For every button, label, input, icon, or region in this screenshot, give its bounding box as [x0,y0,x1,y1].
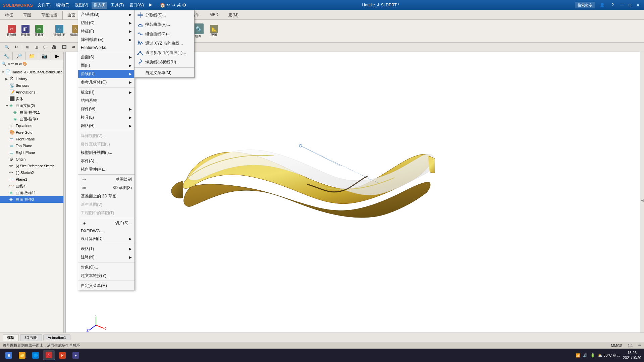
btn-replace-face[interactable]: ◧ 替换面 [19,24,32,38]
menu-insert[interactable]: 插入(I) [92,2,107,9]
search-box[interactable]: 搜索命令 [575,2,595,8]
menu-table[interactable]: 表格(T) ▶ [78,245,135,253]
tab-model[interactable]: 模型 [3,334,19,341]
tab-feature[interactable]: 特征 [0,11,18,19]
tab-sketch-paint[interactable]: 草图油漆 [36,11,62,19]
qa-home[interactable]: 🏠 [160,2,165,8]
tree-size-ref[interactable]: ✏ (-) Size Reference Sketch [0,163,63,169]
menu-more[interactable]: ▶ [147,2,154,9]
tree-front-plane[interactable]: ▭ Front Plane [0,136,63,142]
menu-dxf[interactable]: DXF/DWG... [78,227,135,235]
fi1[interactable]: ◈ [8,62,10,66]
btn-trim-face[interactable]: ✂ 剪裁面 [33,24,45,38]
menu-mold[interactable]: 模具(L) ▶ [78,113,135,122]
tree-equations[interactable]: = Equations [0,122,63,129]
menu-3dsketch[interactable]: 3D 3D 草图(3) [78,184,135,192]
curve-helix[interactable]: 螺旋线/涡状线(H)... [135,57,194,67]
tree-surface1[interactable]: ◈ 曲面-拉伸11 [0,109,63,116]
tray-battery[interactable]: 🔋 [590,353,595,358]
viewport[interactable]: X Y Z [66,52,640,349]
taskbar-browser[interactable]: 🌐 [30,351,42,360]
tree-plane1[interactable]: ▭ Plane1 [0,176,63,183]
menu-feature[interactable]: 特征(F) ▶ [78,27,135,36]
menu-3dsketch-plane[interactable]: 基准面上的 3D 草图 [78,192,135,200]
menu-face[interactable]: 面(F) ▶ [78,61,135,70]
tree-surface-bodies[interactable]: ▼ ◈ 曲面实体(2) [0,102,63,109]
menu-weldment[interactable]: 焊件(W) ▶ [78,105,135,113]
tree-surface3b[interactable]: ◈ 曲面-拉伸3 [0,196,63,203]
tray-sound[interactable]: 🔊 [583,353,588,358]
maximize-button[interactable]: □ [627,2,633,8]
menu-part[interactable]: 零件(A)... [78,157,135,165]
tab-3dview[interactable]: 3D 视图 [20,334,42,341]
tree-solidbody[interactable]: ⬛ 实体 [0,96,63,102]
clock[interactable]: 15:26 2021/10/20 [623,350,641,361]
curve-custom-menu[interactable]: 自定义菜单(M) [135,68,194,77]
menu-structure[interactable]: 结构系统 [78,97,135,105]
edit-icon[interactable]: ✏ [638,343,641,348]
taskbar-ppt[interactable]: P [56,351,68,360]
tab-macro[interactable]: 宏(M) [223,11,244,19]
menu-window[interactable]: 窗口(W) [127,2,146,9]
right-collapse-handle[interactable]: ◀ [640,52,644,349]
vtb-btn-camera[interactable]: 🎥 [50,44,59,50]
tray-network[interactable]: 📶 [576,353,580,358]
menu-pattern[interactable]: 阵列/镜向(E) ▶ [78,36,135,44]
curve-xyz[interactable]: 通过 XYZ 点的曲线... [135,39,194,48]
btn-extend-surface[interactable]: ↔ 延伸曲面 [52,24,67,38]
vtb-btn-layout[interactable]: ⊞ [24,44,31,50]
taskbar-start[interactable]: ⊞ [3,351,15,360]
help-icon[interactable]: ? [609,2,616,8]
fi3[interactable]: ▭ [15,62,18,66]
menu-surface[interactable]: 曲面(S) ▶ [78,53,135,61]
btn-delete-face[interactable]: ✂ 删除面 [5,24,18,38]
menu-mesh[interactable]: 网格(H) ▶ [78,122,135,130]
vtb-btn-zoom[interactable]: 🔍 [3,44,11,50]
tree-right-plane[interactable]: ▭ Right Plane [0,149,63,156]
taskbar-filemanager[interactable]: 📁 [16,351,28,360]
lp-tab-play[interactable]: ▶ [51,52,63,60]
menu-file[interactable]: 文件(F) [36,2,53,9]
tree-root[interactable]: ▼ 📄 Handle_& (Default<<Default>Disp [0,69,63,75]
close-button[interactable]: × [635,2,641,8]
menu-design-study[interactable]: 设计算例(D) ▶ [78,235,135,243]
menu-featureworks[interactable]: FeatureWorks [78,44,135,51]
lp-tab-features[interactable]: 🔧 [0,52,13,60]
tree-origin[interactable]: ⊕ Origin [0,156,63,163]
fi5[interactable]: 🎨 [22,62,27,66]
vtb-btn-hide[interactable]: ⊕ [70,44,77,50]
tab-sketch[interactable]: 草图 [18,11,36,19]
tree-annotations[interactable]: 📝 Annotations [0,89,63,96]
menu-cut[interactable]: 切除(C) ▶ [78,19,135,27]
curve-split-line[interactable]: 分割线(S)... [135,10,194,20]
menu-custom[interactable]: 自定义菜单(M) [78,282,135,290]
qa-redo[interactable]: ↪ [171,2,175,8]
tab-animation1[interactable]: Animation1 [43,335,70,340]
qa-undo[interactable]: ↩ [166,2,170,8]
vtb-btn-hex[interactable]: ⬡ [41,44,49,50]
qa-options[interactable]: ⚙ [182,2,186,8]
curve-projected[interactable]: 投影曲线(P)... [135,20,194,29]
tree-history[interactable]: ▶ ⏱ History [0,75,63,82]
menu-object[interactable]: 对象(O)... [78,263,135,272]
menu-hyperlink[interactable]: 超文本链接(Y)... [78,272,135,280]
menu-curve[interactable]: 曲线(U) ▶ [78,70,135,78]
tree-surface2[interactable]: ◈ 曲面-拉伸3 [0,116,63,122]
lp-tab-config[interactable]: 📁 [25,52,38,60]
curve-ref-points[interactable]: 通过参考点的曲线(T)... [135,48,194,57]
curve-composite[interactable]: 组合曲线(C)... [135,29,194,39]
taskbar-sw-active[interactable]: S [43,350,55,360]
menu-boss-base[interactable]: 合/基体(B) ▶ [78,10,135,19]
lp-tab-display[interactable]: 📷 [38,52,51,60]
tree-top-plane[interactable]: ▭ Top Plane [0,142,63,149]
fi2[interactable]: ✏ [11,62,14,66]
tree-surface11[interactable]: ◈ 曲面-故样11 [0,189,63,196]
menu-annotation[interactable]: 注释(N) ▶ [78,253,135,261]
vtb-btn-display[interactable]: 🔲 [60,44,69,50]
menu-model-section[interactable]: 模型剖开视图(I)... [78,148,135,157]
lp-tab-property[interactable]: 🔎 [13,52,25,60]
tree-sketch2[interactable]: ✏ (-) Sketch2 [0,169,63,176]
menu-mirror-part[interactable]: 镜向零件(M)... [78,165,135,174]
vtb-btn-split[interactable]: ◫ [33,44,40,50]
tree-pure-gold[interactable]: 🎨 Pure Gold [0,129,63,136]
